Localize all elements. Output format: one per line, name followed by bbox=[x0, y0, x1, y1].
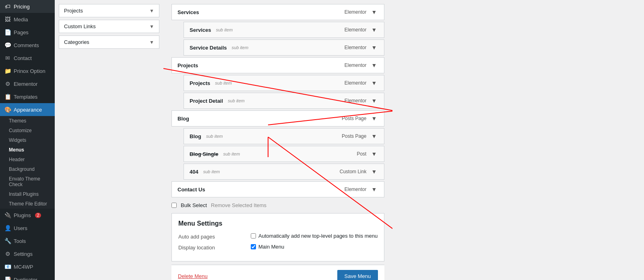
subitem-menus[interactable]: Menus bbox=[5, 145, 55, 155]
subitem-header[interactable]: Header bbox=[5, 155, 55, 164]
menu-row-services-sub: Services sub item Elementor ▼ bbox=[184, 22, 384, 38]
menu-row-name: Services bbox=[190, 27, 211, 33]
menu-expand-btn[interactable]: ▼ bbox=[369, 132, 378, 140]
menu-row-project-detail: Project Detail sub item Elementor ▼ bbox=[184, 93, 384, 109]
pages-icon: 📄 bbox=[4, 29, 11, 35]
sidebar-item-appearance[interactable]: 🎨 Appearance bbox=[0, 103, 55, 116]
menu-type-label: Posts Page bbox=[342, 116, 366, 121]
menu-expand-btn[interactable]: ▼ bbox=[369, 26, 378, 34]
menu-expand-btn[interactable]: ▼ bbox=[369, 44, 378, 52]
subitem-theme-file-editor[interactable]: Theme File Editor bbox=[5, 199, 55, 209]
auto-add-pages-content: Automatically add new top-level pages to… bbox=[251, 233, 378, 239]
sidebar-item-plugins[interactable]: 🔌 Plugins 2 bbox=[0, 209, 55, 222]
sidebar-item-duplicator[interactable]: 📑 Duplicator bbox=[0, 273, 55, 280]
subitem-customize[interactable]: Customize bbox=[5, 126, 55, 135]
sidebar-item-templates[interactable]: 📋 Templates bbox=[0, 90, 55, 103]
subitem-themes[interactable]: Themes bbox=[5, 116, 55, 126]
menu-row-service-details: Service Details sub item Elementor ▼ bbox=[184, 39, 384, 56]
menu-item-categories[interactable]: Categories ▼ bbox=[59, 35, 159, 49]
menu-row-tag: sub item bbox=[215, 81, 232, 85]
menu-row-name: Project Detail bbox=[190, 98, 223, 104]
menu-expand-btn[interactable]: ▼ bbox=[369, 114, 378, 122]
menu-row-left: Project Detail sub item bbox=[190, 98, 245, 104]
auto-add-pages-row: Auto add pages Automatically add new top… bbox=[178, 233, 378, 240]
auto-add-pages-checkbox[interactable] bbox=[251, 233, 256, 239]
sidebar-item-settings[interactable]: ⚙ Settings bbox=[0, 247, 55, 260]
menu-item-projects[interactable]: Projects ▼ bbox=[59, 4, 159, 17]
left-panel: Projects ▼ Custom Links ▼ Categories ▼ bbox=[55, 0, 163, 280]
menu-row-name: Services bbox=[178, 9, 199, 15]
sidebar-item-tools[interactable]: 🔧 Tools bbox=[0, 234, 55, 247]
menu-expand-btn[interactable]: ▼ bbox=[369, 168, 378, 176]
menu-row-right: Elementor ▼ bbox=[345, 61, 379, 69]
menu-row-services: Services Elementor ▼ bbox=[171, 4, 384, 20]
dropdown-arrow-icon: ▼ bbox=[149, 24, 154, 29]
content-area: Projects ▼ Custom Links ▼ Categories ▼ bbox=[55, 0, 392, 280]
menu-type-label: Elementor bbox=[345, 187, 367, 192]
menu-row-left: Blog bbox=[178, 116, 189, 122]
menu-row-right: Posts Page ▼ bbox=[342, 114, 378, 122]
menu-row-tag: sub item bbox=[228, 98, 245, 103]
subitem-widgets[interactable]: Widgets bbox=[5, 135, 55, 145]
plugins-icon: 🔌 bbox=[4, 212, 11, 218]
prinox-icon: 📁 bbox=[4, 68, 11, 74]
right-panel: Services Elementor ▼ Services sub item E… bbox=[163, 0, 392, 280]
remove-selected-link[interactable]: Remove Selected Items bbox=[211, 202, 266, 208]
menu-expand-btn[interactable]: ▼ bbox=[369, 8, 378, 16]
templates-icon: 📋 bbox=[4, 93, 11, 100]
menu-row-left: Projects sub item bbox=[190, 80, 232, 86]
menu-row-right: Custom Link ▼ bbox=[340, 168, 379, 176]
main-menu-checkbox[interactable] bbox=[251, 244, 256, 249]
sidebar-item-comments[interactable]: 💬 Comments bbox=[0, 39, 55, 52]
menu-row-right: Elementor ▼ bbox=[345, 79, 379, 87]
menu-item-custom-links[interactable]: Custom Links ▼ bbox=[59, 20, 159, 33]
display-location-content: Main Menu bbox=[251, 244, 378, 250]
sidebar-item-prinox[interactable]: 📁 Prinox Option bbox=[0, 64, 55, 77]
menu-row-left: 404 sub item bbox=[190, 169, 220, 175]
menu-row-tag: sub item bbox=[203, 169, 220, 174]
media-icon: 🖼 bbox=[4, 16, 11, 23]
menu-expand-btn[interactable]: ▼ bbox=[369, 185, 378, 193]
menu-row-left: Services bbox=[178, 9, 199, 15]
contact-icon: ✉ bbox=[4, 55, 11, 61]
menu-expand-btn[interactable]: ▼ bbox=[369, 79, 378, 87]
menu-row-name: Blog Single bbox=[190, 151, 219, 157]
menu-row-right: Elementor ▼ bbox=[345, 26, 379, 34]
subitem-install-plugins[interactable]: Install Plugins bbox=[5, 189, 55, 199]
sidebar-item-media[interactable]: 🖼 Media bbox=[0, 13, 55, 26]
menu-row-right: Elementor ▼ bbox=[345, 44, 379, 52]
menu-type-label: Elementor bbox=[345, 9, 367, 15]
menu-row-tag: sub item bbox=[216, 27, 233, 32]
menu-type-label: Post bbox=[357, 151, 366, 157]
bulk-select-label[interactable]: Bulk Select bbox=[181, 202, 207, 208]
auto-add-pages-option[interactable]: Automatically add new top-level pages to… bbox=[251, 233, 378, 239]
menu-row-name: Projects bbox=[190, 80, 210, 86]
sidebar-item-elementor[interactable]: ⚙ Elementor bbox=[0, 77, 55, 90]
auto-add-pages-label: Auto add pages bbox=[178, 233, 251, 240]
sidebar-item-pages[interactable]: 📄 Pages bbox=[0, 26, 55, 39]
menu-item-label: Projects bbox=[64, 8, 83, 14]
menu-row-name: Contact Us bbox=[178, 187, 205, 193]
menu-row-right: Elementor ▼ bbox=[345, 97, 379, 105]
bulk-select-checkbox[interactable] bbox=[171, 203, 177, 208]
menu-row-tag: sub item bbox=[232, 45, 249, 50]
sidebar-item-users[interactable]: 👤 Users bbox=[0, 222, 55, 234]
subitem-background[interactable]: Background bbox=[5, 164, 55, 174]
dropdown-arrow-icon: ▼ bbox=[149, 8, 154, 14]
menu-expand-btn[interactable]: ▼ bbox=[369, 61, 378, 69]
main-menu-option[interactable]: Main Menu bbox=[251, 244, 378, 250]
menu-row-name: 404 bbox=[190, 169, 198, 175]
menu-row-tag: sub item bbox=[223, 151, 240, 156]
sidebar-item-contact[interactable]: ✉ Contact bbox=[0, 52, 55, 64]
pricing-icon: 🏷 bbox=[4, 3, 11, 10]
menu-row-left: Service Details sub item bbox=[190, 45, 248, 51]
sidebar-item-mc4wp[interactable]: 📧 MC4WP bbox=[0, 260, 55, 273]
menu-expand-btn[interactable]: ▼ bbox=[369, 97, 378, 105]
sidebar-item-pricing[interactable]: 🏷 Pricing bbox=[0, 0, 55, 13]
delete-menu-link[interactable]: Delete Menu bbox=[178, 273, 208, 279]
menu-row-right: Elementor ▼ bbox=[345, 185, 379, 193]
subitem-envato[interactable]: Envato Theme Check bbox=[5, 174, 55, 189]
save-menu-button[interactable]: Save Menu bbox=[337, 270, 378, 280]
appearance-icon: 🎨 bbox=[4, 106, 11, 113]
menu-expand-btn[interactable]: ▼ bbox=[369, 150, 378, 158]
